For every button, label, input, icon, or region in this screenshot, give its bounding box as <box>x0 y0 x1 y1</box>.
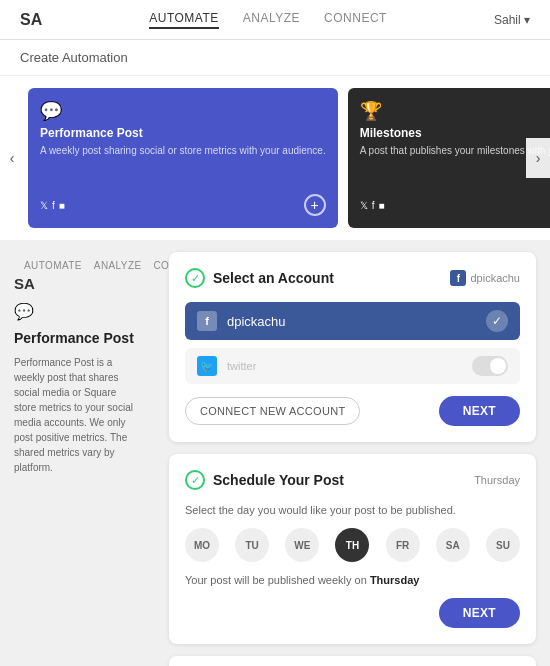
card-performance-desc: A weekly post sharing social or store me… <box>40 144 326 157</box>
day-tu[interactable]: TU <box>235 528 269 562</box>
select-account-header: ✓ Select an Account f dpickachu <box>185 268 520 288</box>
card-performance-footer: 𝕏 f ■ + <box>40 194 326 216</box>
schedule-next-button[interactable]: NEXT <box>439 598 520 628</box>
account-fb-check: ✓ <box>486 310 508 332</box>
select-account-card: ✓ Select an Account f dpickachu f dpicka… <box>169 252 536 442</box>
schedule-post-check: ✓ <box>185 470 205 490</box>
meta-fb-icon: f <box>450 270 466 286</box>
main-content: AUTOMATE ANALYZE CONNECT SA 💬 Performanc… <box>0 240 550 666</box>
schedule-actions: NEXT <box>185 598 520 628</box>
select-account-meta: f dpickachu <box>450 270 520 286</box>
card-milestones-desc: A post that publishes your milestones wi… <box>360 144 550 157</box>
card-milestones-icon: 🏆 <box>360 100 550 122</box>
card-performance[interactable]: 💬 Performance Post A weekly post sharing… <box>28 88 338 228</box>
nav-links: AUTOMATE ANALYZE CONNECT <box>149 11 387 29</box>
schedule-post-title-row: ✓ Schedule Your Post <box>185 470 344 490</box>
day-mo[interactable]: MO <box>185 528 219 562</box>
schedule-post-title: Schedule Your Post <box>213 472 344 488</box>
meta-account-name: dpickachu <box>470 272 520 284</box>
sidebar-body: Performance Post is a weekly post that s… <box>14 355 141 475</box>
sidebar-logo: SA <box>14 275 141 292</box>
select-account-title-row: ✓ Select an Account <box>185 268 334 288</box>
day-th[interactable]: TH <box>335 528 369 562</box>
cards-row: 💬 Performance Post A weekly post sharing… <box>0 88 550 228</box>
day-fr[interactable]: FR <box>386 528 420 562</box>
schedule-post-desc: Select the day you would like your post … <box>185 504 520 516</box>
schedule-post-card: ✓ Schedule Your Post Thursday Select the… <box>169 454 536 644</box>
card-performance-icon: 💬 <box>40 100 326 122</box>
sidebar-title: Performance Post <box>14 329 141 347</box>
account-fb-name: dpickachu <box>227 314 476 329</box>
day-su[interactable]: SU <box>486 528 520 562</box>
right-panel: ✓ Select an Account f dpickachu f dpicka… <box>155 240 550 666</box>
card-milestones[interactable]: 🏆 Milestones A post that publishes your … <box>348 88 550 228</box>
secondary-nav: AUTOMATE ANALYZE CONNECT <box>14 256 141 275</box>
carousel-next[interactable]: › <box>526 138 550 178</box>
card-performance-title: Performance Post <box>40 126 326 140</box>
preview-post-card: ✓ Preview Your Post <box>169 656 536 666</box>
nav-automate[interactable]: AUTOMATE <box>149 11 219 29</box>
select-account-title: Select an Account <box>213 270 334 286</box>
select-account-next-button[interactable]: NEXT <box>439 396 520 426</box>
days-row: MO TU WE TH FR SA SU <box>185 528 520 562</box>
day-we[interactable]: WE <box>285 528 319 562</box>
nav-connect[interactable]: CONNECT <box>324 11 387 29</box>
secondary-nav-automate: AUTOMATE <box>24 260 82 271</box>
sidebar-icon: 💬 <box>14 302 141 321</box>
card-milestones-socials: 𝕏 f ■ <box>360 200 385 211</box>
card-milestones-footer: 𝕏 f ■ + <box>360 194 550 216</box>
user-name[interactable]: Sahil ▾ <box>494 13 530 27</box>
card-performance-add[interactable]: + <box>304 194 326 216</box>
account-tw-toggle[interactable] <box>472 356 508 376</box>
select-account-check: ✓ <box>185 268 205 288</box>
account-fb-option[interactable]: f dpickachu ✓ <box>185 302 520 340</box>
account-fb-icon: f <box>197 311 217 331</box>
select-account-actions: CONNECT NEW ACCOUNT NEXT <box>185 396 520 426</box>
connect-new-account-button[interactable]: CONNECT NEW ACCOUNT <box>185 397 360 425</box>
schedule-info: Your post will be published weekly on Th… <box>185 574 520 586</box>
schedule-day-strong: Thursday <box>370 574 420 586</box>
logo: SA <box>20 11 42 29</box>
card-milestones-title: Milestones <box>360 126 550 140</box>
left-panel: AUTOMATE ANALYZE CONNECT SA 💬 Performanc… <box>0 240 155 666</box>
carousel-prev[interactable]: ‹ <box>0 138 24 178</box>
top-nav: SA AUTOMATE ANALYZE CONNECT Sahil ▾ <box>0 0 550 40</box>
day-sa[interactable]: SA <box>436 528 470 562</box>
nav-analyze[interactable]: ANALYZE <box>243 11 300 29</box>
account-tw-option[interactable]: 🐦 twitter <box>185 348 520 384</box>
card-performance-socials: 𝕏 f ■ <box>40 200 65 211</box>
secondary-nav-analyze: ANALYZE <box>94 260 142 271</box>
account-tw-name: twitter <box>227 360 462 372</box>
account-tw-icon: 🐦 <box>197 356 217 376</box>
create-label: Create Automation <box>0 40 550 76</box>
schedule-post-header: ✓ Schedule Your Post Thursday <box>185 470 520 490</box>
carousel: ‹ 💬 Performance Post A weekly post shari… <box>0 76 550 240</box>
schedule-post-meta: Thursday <box>474 474 520 486</box>
